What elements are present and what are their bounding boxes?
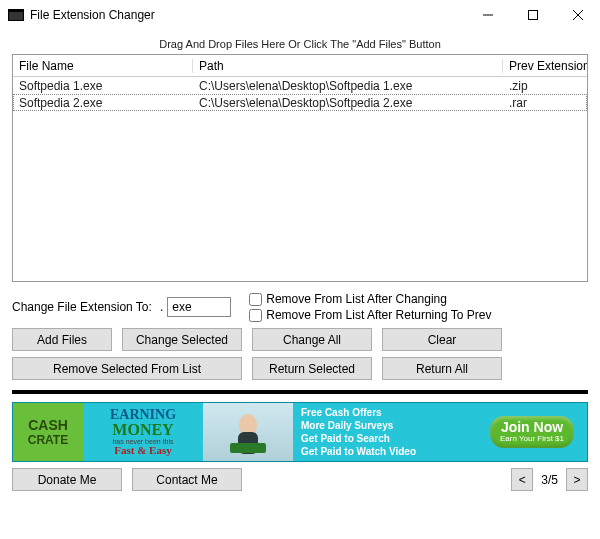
ad-cta[interactable]: Join Now Earn Your First $1 bbox=[477, 403, 587, 461]
cell-filename: Softpedia 1.exe bbox=[13, 79, 193, 93]
remove-after-change-row[interactable]: Remove From List After Changing bbox=[249, 292, 491, 306]
extension-label: Change File Extension To: bbox=[12, 300, 152, 314]
list-header: File Name Path Prev Extension bbox=[13, 55, 587, 77]
table-row[interactable]: Softpedia 1.exe C:\Users\elena\Desktop\S… bbox=[13, 77, 587, 94]
divider bbox=[12, 390, 588, 394]
cell-path: C:\Users\elena\Desktop\Softpedia 2.exe bbox=[193, 96, 503, 110]
extension-input[interactable] bbox=[167, 297, 231, 317]
donate-button[interactable]: Donate Me bbox=[12, 468, 122, 491]
remove-selected-button[interactable]: Remove Selected From List bbox=[12, 357, 242, 380]
extension-dot: . bbox=[160, 300, 163, 314]
ad-banner[interactable]: CASH CRATE EARNING MONEY has never been … bbox=[12, 402, 588, 462]
pager-next-button[interactable]: > bbox=[566, 468, 588, 491]
return-all-button[interactable]: Return All bbox=[382, 357, 502, 380]
cell-path: C:\Users\elena\Desktop\Softpedia 1.exe bbox=[193, 79, 503, 93]
close-button[interactable] bbox=[555, 0, 600, 30]
cell-prev-ext: .rar bbox=[503, 96, 587, 110]
titlebar: File Extension Changer bbox=[0, 0, 600, 30]
ad-feature-list: Free Cash Offers More Daily Surveys Get … bbox=[293, 403, 477, 461]
change-all-button[interactable]: Change All bbox=[252, 328, 372, 351]
remove-after-return-checkbox[interactable] bbox=[249, 309, 262, 322]
table-row[interactable]: Softpedia 2.exe C:\Users\elena\Desktop\S… bbox=[13, 94, 587, 111]
return-selected-button[interactable]: Return Selected bbox=[252, 357, 372, 380]
remove-after-return-label: Remove From List After Returning To Prev bbox=[266, 308, 491, 322]
ad-headline: EARNING MONEY has never been this Fast &… bbox=[83, 403, 203, 461]
window-title: File Extension Changer bbox=[30, 8, 465, 22]
pager: < 3/5 > bbox=[511, 468, 588, 491]
add-files-button[interactable]: Add Files bbox=[12, 328, 112, 351]
ad-crate-logo: CASH CRATE bbox=[13, 403, 83, 461]
column-header-prev-ext[interactable]: Prev Extension bbox=[503, 59, 587, 73]
drag-hint-text: Drag And Drop Files Here Or Click The "A… bbox=[12, 36, 588, 54]
svg-rect-3 bbox=[528, 11, 537, 20]
app-icon bbox=[8, 9, 24, 21]
remove-after-change-label: Remove From List After Changing bbox=[266, 292, 447, 306]
pager-prev-button[interactable]: < bbox=[511, 468, 533, 491]
remove-after-change-checkbox[interactable] bbox=[249, 293, 262, 306]
cell-prev-ext: .zip bbox=[503, 79, 587, 93]
column-header-path[interactable]: Path bbox=[193, 59, 503, 73]
maximize-button[interactable] bbox=[510, 0, 555, 30]
contact-button[interactable]: Contact Me bbox=[132, 468, 242, 491]
column-header-filename[interactable]: File Name bbox=[13, 59, 193, 73]
svg-rect-8 bbox=[230, 443, 266, 453]
svg-rect-1 bbox=[9, 12, 23, 20]
clear-button[interactable]: Clear bbox=[382, 328, 502, 351]
remove-after-return-row[interactable]: Remove From List After Returning To Prev bbox=[249, 308, 491, 322]
file-list[interactable]: File Name Path Prev Extension Softpedia … bbox=[12, 54, 588, 282]
pager-page-label: 3/5 bbox=[537, 473, 562, 487]
ad-photo bbox=[203, 403, 293, 461]
cell-filename: Softpedia 2.exe bbox=[13, 96, 193, 110]
minimize-button[interactable] bbox=[465, 0, 510, 30]
change-selected-button[interactable]: Change Selected bbox=[122, 328, 242, 351]
